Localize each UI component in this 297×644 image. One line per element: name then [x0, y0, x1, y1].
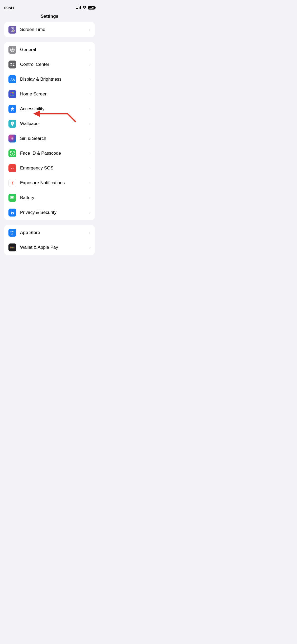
- battery-status-icon: 100: [88, 6, 95, 10]
- page-title: Settings: [0, 12, 99, 22]
- svg-rect-46: [11, 247, 15, 248]
- settings-row-siri-search[interactable]: Siri & Search ›: [4, 131, 95, 146]
- svg-point-25: [12, 153, 12, 153]
- settings-row-home-screen[interactable]: Home Screen ›: [4, 87, 95, 102]
- svg-rect-15: [11, 94, 11, 94]
- svg-rect-20: [13, 95, 14, 96]
- wallet-chevron: ›: [89, 245, 91, 250]
- siri-icon: [8, 135, 16, 142]
- svg-rect-7: [11, 63, 12, 64]
- status-bar: 09:41 100: [0, 0, 99, 12]
- svg-point-6: [12, 49, 13, 50]
- screen-time-label: Screen Time: [20, 27, 88, 32]
- accessibility-label: Accessibility: [20, 106, 88, 112]
- svg-point-35: [12, 184, 13, 185]
- face-id-icon: [8, 149, 16, 157]
- settings-row-app-store[interactable]: App Store ›: [4, 225, 95, 240]
- settings-row-face-id[interactable]: Face ID & Passcode ›: [4, 146, 95, 161]
- siri-search-label: Siri & Search: [20, 136, 88, 141]
- siri-search-chevron: ›: [89, 136, 91, 141]
- settings-row-emergency-sos[interactable]: SOS Emergency SOS ›: [4, 161, 95, 176]
- svg-rect-13: [12, 92, 13, 93]
- emergency-sos-icon: SOS: [8, 164, 16, 172]
- accessibility-icon: [8, 105, 16, 113]
- svg-point-36: [10, 183, 11, 183]
- svg-rect-8: [13, 63, 15, 64]
- control-center-icon: [8, 61, 16, 68]
- app-store-label: App Store: [20, 230, 88, 235]
- display-brightness-chevron: ›: [89, 77, 91, 81]
- svg-point-37: [14, 183, 14, 183]
- svg-rect-12: [11, 92, 11, 93]
- settings-group-apps: App Store › Wallet & Apple Pay ›: [4, 225, 95, 255]
- home-screen-icon: [8, 90, 16, 98]
- control-center-label: Control Center: [20, 62, 88, 67]
- svg-rect-39: [11, 197, 13, 199]
- settings-group-screen-time: ⌛ Screen Time ›: [4, 22, 95, 37]
- wallet-label: Wallet & Apple Pay: [20, 245, 88, 250]
- svg-point-34: [12, 181, 13, 182]
- svg-rect-9: [11, 65, 12, 66]
- svg-point-41: [12, 213, 13, 214]
- wallpaper-label: Wallpaper: [20, 121, 88, 126]
- emergency-sos-chevron: ›: [89, 166, 91, 170]
- settings-row-wallet[interactable]: Wallet & Apple Pay ›: [4, 240, 95, 255]
- settings-group-general: General › Control Center › AA Display & …: [4, 42, 95, 220]
- settings-row-display-brightness[interactable]: AA Display & Brightness ›: [4, 72, 95, 87]
- privacy-label: Privacy & Security: [20, 210, 88, 215]
- svg-rect-47: [11, 247, 12, 248]
- home-screen-label: Home Screen: [20, 91, 88, 97]
- settings-row-control-center[interactable]: Control Center ›: [4, 57, 95, 72]
- settings-row-wallpaper[interactable]: Wallpaper ›: [4, 116, 95, 131]
- settings-row-accessibility[interactable]: Accessibility ›: [4, 102, 95, 116]
- accessibility-chevron: ›: [89, 107, 91, 111]
- face-id-label: Face ID & Passcode: [20, 151, 88, 156]
- settings-row-privacy[interactable]: Privacy & Security ›: [4, 205, 95, 220]
- settings-row-battery[interactable]: Battery ›: [4, 190, 95, 205]
- wifi-icon: [82, 6, 87, 10]
- svg-point-30: [11, 182, 12, 182]
- svg-rect-48: [12, 247, 13, 248]
- svg-rect-18: [11, 95, 11, 96]
- settings-row-general[interactable]: General ›: [4, 42, 95, 57]
- svg-point-32: [11, 184, 12, 185]
- face-id-chevron: ›: [89, 151, 91, 155]
- svg-text:SOS: SOS: [11, 168, 14, 169]
- svg-point-24: [12, 138, 13, 140]
- display-brightness-label: Display & Brightness: [20, 77, 88, 82]
- privacy-chevron: ›: [89, 210, 91, 215]
- wallpaper-icon: [8, 120, 16, 128]
- app-store-icon: [8, 229, 16, 237]
- screen-time-chevron: ›: [89, 27, 91, 32]
- status-time: 09:41: [4, 6, 14, 10]
- svg-point-22: [12, 122, 13, 123]
- svg-text:AA: AA: [11, 78, 15, 81]
- svg-point-26: [13, 153, 13, 153]
- exposure-label: Exposure Notifications: [20, 180, 88, 186]
- wallet-icon: [8, 243, 16, 251]
- battery-icon: [8, 194, 16, 202]
- general-icon: [8, 46, 16, 54]
- home-screen-chevron: ›: [89, 92, 91, 96]
- privacy-icon: [8, 209, 16, 217]
- app-store-chevron: ›: [89, 231, 91, 235]
- general-label: General: [20, 47, 88, 52]
- svg-rect-19: [12, 95, 13, 96]
- battery-label: Battery: [20, 195, 88, 200]
- svg-rect-10: [13, 65, 15, 66]
- svg-rect-17: [13, 94, 14, 94]
- svg-rect-14: [13, 92, 14, 93]
- settings-row-exposure[interactable]: Exposure Notifications ›: [4, 176, 95, 190]
- svg-point-29: [12, 182, 13, 184]
- exposure-chevron: ›: [89, 181, 91, 185]
- wallpaper-chevron: ›: [89, 122, 91, 126]
- svg-point-21: [12, 107, 13, 108]
- display-brightness-icon: AA: [8, 75, 16, 83]
- general-chevron: ›: [89, 48, 91, 52]
- status-icons: 100: [76, 6, 95, 10]
- screen-time-icon: ⌛: [8, 26, 16, 34]
- emergency-sos-label: Emergency SOS: [20, 165, 88, 171]
- control-center-chevron: ›: [89, 62, 91, 67]
- settings-row-screen-time[interactable]: ⌛ Screen Time ›: [4, 22, 95, 37]
- exposure-icon: [8, 179, 16, 187]
